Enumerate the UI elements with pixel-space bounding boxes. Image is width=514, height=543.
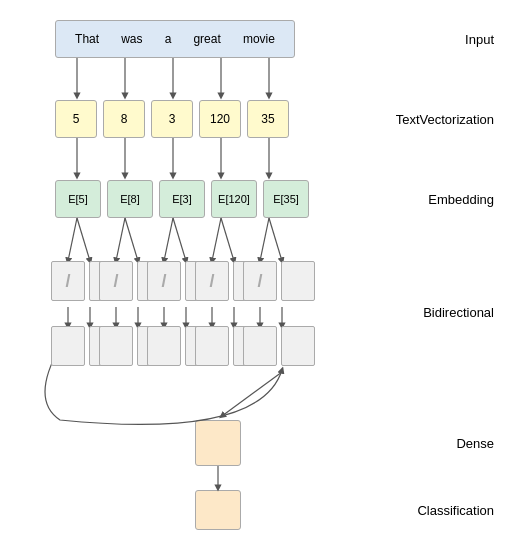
svg-line-11 <box>68 218 77 261</box>
input-word-2: was <box>121 32 142 46</box>
textvec-cell-3: 3 <box>151 100 193 138</box>
classif-label: Classification <box>417 503 494 518</box>
bidir-bot-2-left <box>99 326 133 366</box>
textvec-cell-5: 35 <box>247 100 289 138</box>
textvec-row: 5 8 3 120 35 TextVectorization <box>0 100 514 138</box>
input-word-3: a <box>165 32 172 46</box>
textvec-cell-1: 5 <box>55 100 97 138</box>
bidir-top-1-left: / <box>51 261 85 301</box>
svg-line-16 <box>173 218 186 261</box>
embed-cells: E[5] E[8] E[3] E[120] E[35] <box>55 180 309 218</box>
input-word-4: great <box>193 32 220 46</box>
embed-cell-1: E[5] <box>55 180 101 218</box>
embed-cell-5: E[35] <box>263 180 309 218</box>
input-word-5: movie <box>243 32 275 46</box>
bidir-bot-5 <box>243 326 315 366</box>
bidir-bot-3-left <box>147 326 181 366</box>
svg-line-12 <box>77 218 90 261</box>
embed-cell-3: E[3] <box>159 180 205 218</box>
textvec-label: TextVectorization <box>396 112 494 127</box>
svg-line-14 <box>125 218 138 261</box>
input-box: That was a great movie <box>55 20 295 58</box>
input-label: Input <box>465 32 494 47</box>
bidir-label: Bidirectional <box>423 305 494 320</box>
input-word-1: That <box>75 32 99 46</box>
bidir-top-5-left: / <box>243 261 277 301</box>
svg-line-13 <box>116 218 125 261</box>
embed-cell-4: E[120] <box>211 180 257 218</box>
svg-line-18 <box>221 218 234 261</box>
svg-line-17 <box>212 218 221 261</box>
dense-cell <box>195 420 241 466</box>
svg-line-19 <box>260 218 269 261</box>
embed-cell-2: E[8] <box>107 180 153 218</box>
textvec-cell-4: 120 <box>199 100 241 138</box>
svg-line-20 <box>269 218 282 261</box>
bidir-bot-5-left <box>243 326 277 366</box>
bidir-bot-1-left <box>51 326 85 366</box>
svg-line-39 <box>222 372 282 416</box>
diagram: That was a great movie Input 5 8 3 120 3… <box>0 0 514 543</box>
embed-row: E[5] E[8] E[3] E[120] E[35] Embedding <box>0 180 514 218</box>
input-row: That was a great movie Input <box>0 20 514 58</box>
bidir-bot-4-left <box>195 326 229 366</box>
dense-label: Dense <box>456 436 494 451</box>
classif-row: Classification <box>0 490 514 530</box>
bidir-bot-5-right <box>281 326 315 366</box>
embed-label: Embedding <box>428 192 494 207</box>
svg-line-15 <box>164 218 173 261</box>
textvec-cell-2: 8 <box>103 100 145 138</box>
dense-row: Dense <box>0 420 514 466</box>
bidir-top-2-left: / <box>99 261 133 301</box>
classif-cell <box>195 490 241 530</box>
bidir-top-5: / <box>243 261 315 301</box>
bidir-top-3-left: / <box>147 261 181 301</box>
bidir-top-4-left: / <box>195 261 229 301</box>
bidir-top-5-right <box>281 261 315 301</box>
textvec-cells: 5 8 3 120 35 <box>55 100 289 138</box>
